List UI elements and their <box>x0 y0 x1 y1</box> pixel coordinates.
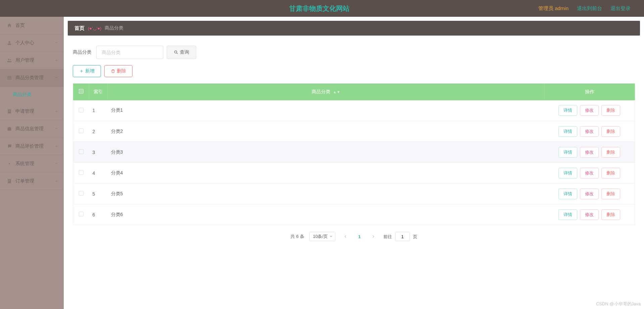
cell-category: 分类2 <box>108 121 544 142</box>
sidebar-item-label: 系统管理 <box>15 161 56 167</box>
header: 甘肃非物质文化网站 管理员 admin 退出到前台 退出登录 <box>0 0 644 17</box>
search-bar: 商品分类 查询 <box>73 46 635 59</box>
row-checkbox[interactable] <box>79 191 84 196</box>
detail-button[interactable]: 详情 <box>558 189 577 199</box>
header-index[interactable]: 索引 <box>89 84 108 100</box>
sidebar-item-order[interactable]: 订单管理 › <box>0 172 64 190</box>
edit-button[interactable]: 修改 <box>580 168 599 178</box>
users-icon <box>7 58 12 63</box>
row-checkbox[interactable] <box>79 128 84 133</box>
sidebar-item-label: 申请管理 <box>15 108 56 114</box>
sidebar-item-category[interactable]: 商品分类管理 › <box>0 69 64 87</box>
cell-category: 分类6 <box>108 204 544 225</box>
row-checkbox[interactable] <box>79 212 84 216</box>
sidebar-item-label: 商品评价管理 <box>15 143 56 149</box>
select-all-checkbox[interactable] <box>79 89 84 94</box>
edit-button[interactable]: 修改 <box>580 126 599 137</box>
header-category-label: 商品分类 <box>312 89 330 94</box>
table-row: 3 分类3 详情 修改 删除 <box>73 142 635 163</box>
svg-rect-13 <box>8 181 9 181</box>
sidebar-item-label: 订单管理 <box>15 178 56 184</box>
sidebar: 首页 个人中心 › 用户管理 › 商品分类管理 › 商品分类 申请管理 › 商品… <box>0 17 64 309</box>
search-input[interactable] <box>96 46 163 59</box>
jump-suffix: 页 <box>413 234 417 239</box>
header-action: 操作 <box>544 84 635 100</box>
chevron-right-icon <box>371 234 376 239</box>
breadcrumb-current: 商品分类 <box>105 25 123 31</box>
table-row: 2 分类2 详情 修改 删除 <box>73 121 635 142</box>
next-page-button[interactable] <box>368 232 378 241</box>
sidebar-item-profile[interactable]: 个人中心 › <box>0 34 64 52</box>
header-category[interactable]: 商品分类 ▲▼ <box>108 84 544 100</box>
chevron-down-icon: › <box>55 77 58 78</box>
sidebar-item-label: 用户管理 <box>15 57 56 63</box>
row-checkbox[interactable] <box>79 108 84 112</box>
page-number[interactable]: 1 <box>356 234 363 239</box>
add-button-label: 新增 <box>85 68 95 74</box>
row-delete-button[interactable]: 删除 <box>601 105 620 116</box>
svg-point-2 <box>10 59 11 60</box>
table-row: 5 分类5 详情 修改 删除 <box>73 184 635 204</box>
frontend-link[interactable]: 退出到前台 <box>577 5 602 12</box>
cell-index: 6 <box>89 204 108 225</box>
detail-button[interactable]: 详情 <box>558 126 577 137</box>
jump-input[interactable] <box>395 232 410 241</box>
row-delete-button[interactable]: 删除 <box>601 209 620 220</box>
svg-point-14 <box>174 51 177 53</box>
svg-point-10 <box>9 163 10 164</box>
svg-rect-12 <box>8 180 10 180</box>
sidebar-item-users[interactable]: 用户管理 › <box>0 52 64 69</box>
cell-index: 4 <box>89 163 108 184</box>
sidebar-item-system[interactable]: 系统管理 › <box>0 155 64 172</box>
svg-point-0 <box>8 41 10 43</box>
add-button[interactable]: 新增 <box>73 65 101 77</box>
search-label: 商品分类 <box>73 49 92 55</box>
sidebar-item-home[interactable]: 首页 <box>0 17 64 34</box>
action-row: 新增 删除 <box>73 65 635 77</box>
cell-category: 分类1 <box>108 100 544 121</box>
detail-button[interactable]: 详情 <box>558 209 577 220</box>
breadcrumb-separator: (●'◡'●) <box>88 26 101 31</box>
page-jump: 前往 页 <box>383 232 417 241</box>
detail-button[interactable]: 详情 <box>558 105 577 116</box>
row-delete-button[interactable]: 删除 <box>601 147 620 158</box>
admin-link[interactable]: 管理员 admin <box>538 5 569 12</box>
row-delete-button[interactable]: 删除 <box>601 168 620 178</box>
edit-button[interactable]: 修改 <box>580 189 599 199</box>
detail-button[interactable]: 详情 <box>558 168 577 178</box>
system-icon <box>7 161 12 166</box>
delete-button[interactable]: 删除 <box>104 65 132 77</box>
prev-page-button[interactable] <box>340 232 351 241</box>
svg-rect-8 <box>8 111 10 111</box>
breadcrumb-home[interactable]: 首页 <box>74 25 85 32</box>
order-icon <box>7 178 12 184</box>
edit-button[interactable]: 修改 <box>580 147 599 158</box>
cell-index: 3 <box>89 142 108 163</box>
sidebar-item-apply[interactable]: 申请管理 › <box>0 103 64 120</box>
logout-link[interactable]: 退出登录 <box>610 5 631 12</box>
chevron-down-icon: › <box>55 60 58 61</box>
row-checkbox[interactable] <box>79 170 84 175</box>
cell-category: 分类5 <box>108 184 544 204</box>
sidebar-item-label: 个人中心 <box>15 40 56 46</box>
sidebar-item-product[interactable]: 商品信息管理 › <box>0 120 64 138</box>
edit-button[interactable]: 修改 <box>580 105 599 116</box>
page-size-label: 10条/页 <box>313 234 328 240</box>
edit-button[interactable]: 修改 <box>580 209 599 220</box>
table-row: 6 分类6 详情 修改 删除 <box>73 204 635 225</box>
cell-category: 分类3 <box>108 142 544 163</box>
row-delete-button[interactable]: 删除 <box>601 189 620 199</box>
product-icon <box>7 126 12 132</box>
detail-button[interactable]: 详情 <box>558 147 577 158</box>
sort-icon[interactable]: ▲▼ <box>333 91 340 93</box>
page-size-select[interactable]: 10条/页 <box>309 232 335 241</box>
sidebar-sub-category[interactable]: 商品分类 <box>0 87 64 103</box>
data-table: 索引 商品分类 ▲▼ 操作 1 分类1 详情 修改 删除 2 <box>73 83 635 225</box>
chevron-left-icon <box>343 234 348 239</box>
row-checkbox[interactable] <box>79 149 84 154</box>
search-button[interactable]: 查询 <box>167 46 196 59</box>
cell-index: 1 <box>89 100 108 121</box>
sidebar-item-review[interactable]: 商品评价管理 › <box>0 138 64 155</box>
search-icon <box>174 50 178 55</box>
row-delete-button[interactable]: 删除 <box>601 126 620 137</box>
